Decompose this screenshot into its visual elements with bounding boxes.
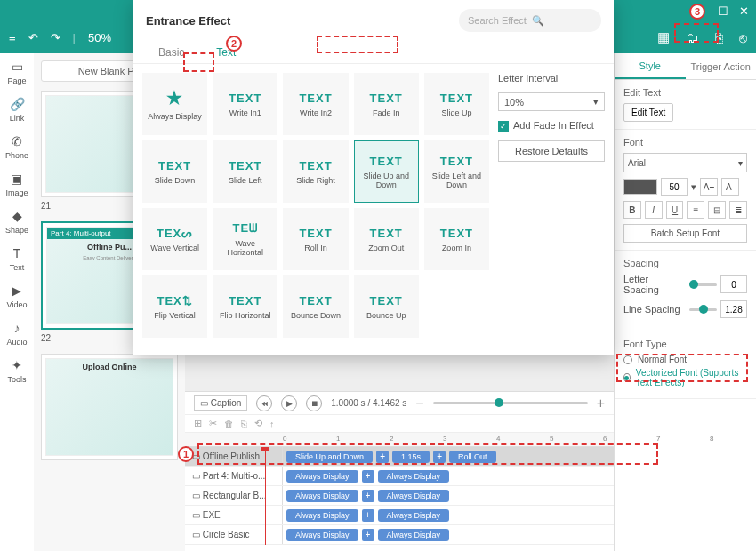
save-icon[interactable]: 🗂 [686, 30, 699, 45]
undo-button[interactable]: ↶ [28, 31, 38, 44]
zoom-out-icon[interactable]: − [415, 395, 423, 411]
effect-slide-right[interactable]: TEXTSlide Right [283, 140, 348, 203]
effect-pill[interactable]: 1.15s [392, 451, 430, 463]
effect-wave-horizontal[interactable]: TEᗯWave Horizontal [213, 208, 277, 270]
effect-bounce-up[interactable]: TEXTBounce Up [354, 276, 419, 338]
sidebar-item-image[interactable]: ▣Image [5, 171, 28, 197]
timeline-row[interactable]: ▭ Part 4: Multi-o...Always Display+Alway… [185, 467, 614, 486]
letter-spacing-slider[interactable] [689, 283, 717, 286]
add-effect-button[interactable]: + [362, 490, 374, 502]
exit-icon[interactable]: ⎋ [739, 30, 747, 45]
add-effect-button[interactable]: + [362, 509, 374, 522]
tl-tool[interactable]: ⟲ [254, 418, 262, 429]
tl-tool[interactable]: ✂ [209, 418, 217, 429]
valign-button[interactable]: ⊟ [708, 201, 726, 219]
batch-setup-font-button[interactable]: Batch Setup Font [623, 224, 747, 243]
maximize-button[interactable]: ☐ [718, 4, 728, 18]
effect-pill[interactable]: Slide Up and Down [286, 451, 373, 463]
timeline-row[interactable]: ▭ Offline PublishSlide Up and Down+1.15s… [185, 447, 614, 467]
play-button[interactable]: ▶ [281, 395, 297, 411]
sidebar-item-video[interactable]: ▶Video [7, 283, 28, 309]
add-fade-in-checkbox[interactable]: ✓Add Fade In Effect [498, 120, 605, 132]
align-button[interactable]: ≡ [687, 201, 704, 219]
normal-font-radio[interactable]: Normal Font [623, 355, 747, 364]
effect-wave-vertical[interactable]: TEXᔕWave Vertical [142, 208, 207, 270]
menu-icon[interactable]: ≡ [9, 31, 16, 44]
effect-slide-down[interactable]: TEXTSlide Down [142, 140, 207, 203]
letter-interval-select[interactable]: 10%▾ [498, 92, 605, 111]
list-button[interactable]: ≣ [729, 201, 747, 219]
sidebar-item-phone[interactable]: ✆Phone [5, 133, 28, 160]
line-spacing-slider[interactable] [689, 308, 717, 311]
effect-zoom-out[interactable]: TEXTZoom Out [354, 208, 419, 270]
bold-button[interactable]: B [623, 201, 641, 219]
caption-label[interactable]: ▭ Caption [194, 395, 247, 411]
effect-slide-left[interactable]: TEXTSlide Left [213, 140, 277, 203]
add-effect-button[interactable]: + [433, 451, 446, 463]
layout-icon[interactable]: ▦ [657, 29, 670, 45]
tl-tool[interactable]: ⎘ [241, 419, 247, 429]
vectorized-font-radio[interactable]: Vectorized Font (Supports Text Effects) [623, 368, 747, 387]
sidebar-item-shape[interactable]: ◆Shape [5, 208, 28, 235]
effect-pill[interactable]: Always Display [378, 509, 450, 522]
effect-pill[interactable]: Always Display [286, 509, 358, 522]
effect-write-in2[interactable]: TEXTWrite In2 [283, 73, 348, 135]
effect-pill[interactable]: Roll Out [449, 451, 496, 463]
add-effect-button[interactable]: + [362, 529, 374, 541]
tab-trigger-action[interactable]: Trigger Action [686, 53, 757, 79]
timeline-zoom-slider[interactable] [433, 402, 588, 404]
sidebar-item-tools[interactable]: ✦Tools [7, 357, 26, 384]
export-icon[interactable]: ⎘ [715, 30, 723, 45]
timeline-row[interactable]: ▭ EXEAlways Display+Always Display [185, 506, 614, 525]
timeline-row[interactable]: ▭ Rectangular B...Always Display+Always … [185, 486, 614, 506]
effect-pill[interactable]: Always Display [286, 470, 358, 483]
zoom-in-icon[interactable]: + [597, 395, 605, 411]
effect-fade-in[interactable]: TEXTFade In [354, 73, 419, 135]
effect-pill[interactable]: Always Display [286, 490, 358, 502]
effect-roll-in[interactable]: TEXTRoll In [283, 208, 348, 270]
effect-flip-vertical[interactable]: TEX⇅Flip Vertical [142, 276, 207, 338]
effect-pill[interactable]: Always Display [378, 470, 450, 483]
timeline-ruler[interactable]: 012345678 [185, 433, 614, 447]
playhead[interactable] [265, 447, 266, 545]
italic-button[interactable]: I [645, 201, 663, 219]
effect-always-display[interactable]: ★Always Display [142, 73, 207, 135]
sidebar-item-page[interactable]: ▭Page [7, 59, 26, 85]
add-effect-button[interactable]: + [362, 470, 374, 483]
tab-style[interactable]: Style [615, 53, 686, 79]
sidebar-item-link[interactable]: 🔗Link [9, 96, 25, 123]
restore-defaults-button[interactable]: Restore Defaults [498, 140, 605, 162]
font-increase-button[interactable]: A+ [700, 178, 718, 196]
edit-text-button[interactable]: Edit Text [623, 103, 673, 122]
effect-bounce-down[interactable]: TEXTBounce Down [283, 276, 348, 338]
tl-tool[interactable]: ⊞ [194, 418, 202, 429]
timeline-row[interactable]: ▭ Circle BasicAlways Display+Always Disp… [185, 525, 614, 545]
tl-tool[interactable]: 🗑 [224, 419, 234, 429]
close-button[interactable]: ✕ [739, 4, 749, 18]
rewind-button[interactable]: ⏮ [256, 395, 272, 411]
sidebar-item-text[interactable]: TText [9, 245, 25, 272]
page-thumbnail[interactable]: Upload Online [41, 354, 178, 460]
effect-flip-horizontal[interactable]: TEXTFlip Horizontal [213, 276, 277, 338]
underline-button[interactable]: U [666, 201, 684, 219]
effect-slide-left-and-down[interactable]: TEXTSlide Left and Down [424, 140, 489, 203]
stop-button[interactable]: ⏹ [306, 395, 322, 411]
zoom-level[interactable]: 50% [88, 31, 111, 44]
effect-pill[interactable]: Always Display [378, 529, 450, 541]
effect-pill[interactable]: Always Display [286, 529, 358, 541]
effect-zoom-in[interactable]: TEXTZoom In [424, 208, 489, 270]
tab-basic[interactable]: Basic [151, 43, 191, 62]
effect-write-in1[interactable]: TEXTWrite In1 [213, 73, 277, 135]
font-family-select[interactable]: Arial▾ [623, 153, 747, 172]
effect-slide-up-and-down[interactable]: TEXTSlide Up and Down [354, 140, 419, 203]
font-color-swatch[interactable] [623, 179, 657, 195]
font-decrease-button[interactable]: A- [721, 178, 739, 196]
font-size-input[interactable] [661, 178, 688, 196]
chevron-down-icon[interactable]: ▾ [691, 181, 696, 193]
tl-tool[interactable]: ↕ [269, 419, 275, 429]
effect-pill[interactable]: Always Display [378, 490, 450, 502]
add-effect-button[interactable]: + [376, 451, 389, 463]
sidebar-item-audio[interactable]: ♪Audio [6, 320, 27, 347]
redo-button[interactable]: ↷ [51, 31, 60, 44]
search-effect-input[interactable]: Search Effect 🔍 [459, 9, 601, 32]
